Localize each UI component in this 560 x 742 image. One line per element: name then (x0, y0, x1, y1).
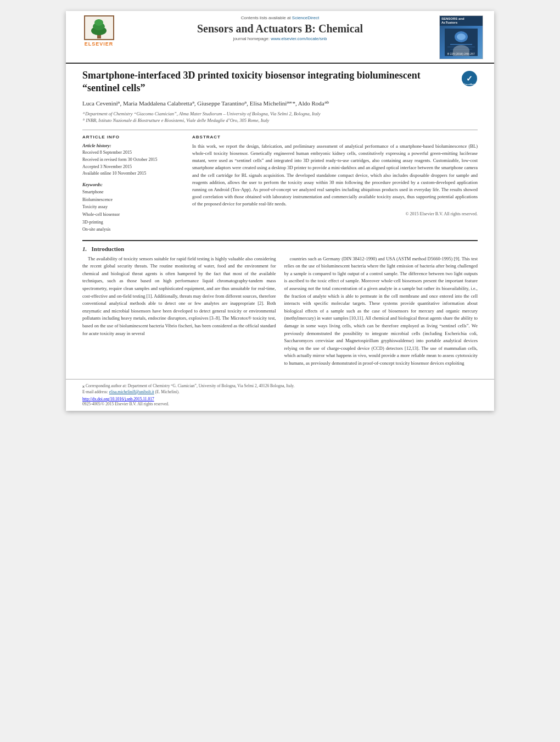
intro-paragraph-1: The availability of toxicity sensors sui… (82, 255, 276, 338)
authors-line: Luca Ceveniniᵃ, Maria Maddalena Calabret… (82, 99, 478, 108)
affiliation-b: ᵇ INBB, Istituto Nazionale di Biostruttu… (82, 118, 478, 124)
abstract-text: In this work, we report the design, fabr… (192, 143, 478, 208)
svg-text:B 225 (2016) 249–257: B 225 (2016) 249–257 (447, 52, 475, 55)
two-column-body: The availability of toxicity sensors sui… (82, 255, 478, 371)
svg-point-8 (457, 34, 466, 40)
keyword-4: Whole-cell biosensor (82, 211, 181, 219)
footer-area: ⁎ Corresponding author at: Department of… (66, 379, 494, 411)
body-column-left: The availability of toxicity sensors sui… (82, 255, 276, 371)
journal-homepage: journal homepage: www.elsevier.com/locat… (126, 36, 434, 41)
section-title: Introduction (92, 246, 125, 252)
doi-line: http://dx.doi.org/10.1016/j.snb.2015.11.… (82, 397, 478, 401)
svg-rect-11 (450, 49, 472, 49)
keywords-list: Smartphone Bioluminescence Toxicity assa… (82, 188, 181, 233)
sciencedirect-link[interactable]: ScienceDirect (292, 15, 319, 20)
article-dates: Received 8 September 2015 Received in re… (82, 149, 181, 177)
keyword-2: Bioluminescence (82, 196, 181, 204)
intro-paragraph-2: countries such as Germany (DIN 38412-199… (284, 255, 478, 367)
info-abstract-section: ARTICLE INFO Article history: Received 8… (82, 135, 478, 233)
accepted-date: Accepted 3 November 2015 (82, 164, 181, 171)
svg-rect-10 (447, 47, 475, 47)
sciencedirect-line: Contents lists available at ScienceDirec… (126, 15, 434, 20)
homepage-url[interactable]: www.elsevier.com/locate/snb (271, 36, 327, 41)
keyword-1: Smartphone (82, 188, 181, 196)
section-number: 1. (82, 246, 87, 252)
revised-date: Received in revised form 30 October 2015 (82, 157, 181, 164)
intro-heading: 1. Introduction (82, 246, 478, 252)
received-date: Received 8 September 2015 (82, 149, 181, 157)
svg-rect-9 (450, 44, 472, 45)
article-info-label: ARTICLE INFO (82, 135, 181, 140)
keywords-subheading: Keywords: (82, 182, 181, 187)
corresponding-footnote: ⁎ Corresponding author at: Department of… (82, 383, 478, 389)
svg-text:CrossMark: CrossMark (464, 83, 475, 86)
email-link[interactable]: elisa.michelini8@unibolt.it (109, 389, 154, 394)
available-date: Available online 10 November 2015 (82, 170, 181, 177)
keyword-5: 3D-printing (82, 219, 181, 226)
article-title-text: Smartphone-interfaced 3D printed toxicit… (82, 69, 456, 95)
elsevier-brand-text: ELSEVIER (85, 41, 114, 47)
article-body: Smartphone-interfaced 3D printed toxicit… (66, 64, 494, 379)
doi-link[interactable]: http://dx.doi.org/10.1016/j.snb.2015.11.… (82, 397, 154, 401)
keyword-3: Toxicity assay (82, 203, 181, 211)
article-info-column: ARTICLE INFO Article history: Received 8… (82, 135, 181, 233)
copyright-line: © 2015 Elsevier B.V. All rights reserved… (192, 211, 478, 216)
svg-text:✓: ✓ (466, 74, 473, 83)
history-subheading: Article history: (82, 143, 181, 148)
sensors-logo-text: SENSORS and AcTuators (440, 16, 483, 26)
header-divider (82, 130, 478, 130)
academic-paper-page: ELSEVIER Contents lists available at Sci… (66, 11, 494, 411)
affiliations: ᵃ Department of Chemistry “Giacomo Ciami… (82, 111, 478, 124)
elsevier-logo: ELSEVIER (77, 15, 121, 47)
email-footnote: E-mail address: elisa.michelini8@unibolt… (82, 389, 478, 395)
sensors-logo-image: B 225 (2016) 249–257 (440, 26, 483, 59)
body-column-right: countries such as Germany (DIN 38412-199… (284, 255, 478, 371)
crossmark-icon: ✓ CrossMark (461, 70, 478, 87)
keyword-6: On-site analysis (82, 226, 181, 233)
journal-title: Sensors and Actuators B: Chemical (126, 23, 434, 35)
elsevier-tree-icon (84, 15, 114, 40)
abstract-label: ABSTRACT (192, 135, 478, 140)
sensors-logo-box: SENSORS and AcTuators B 225 (2016) 249–2… (439, 15, 483, 59)
body-divider (82, 240, 478, 241)
issn-line: 0925-4005/© 2015 Elsevier B.V. All right… (82, 401, 478, 406)
journal-header-center: Contents lists available at ScienceDirec… (121, 15, 439, 41)
article-title-block: Smartphone-interfaced 3D printed toxicit… (82, 69, 478, 95)
affiliation-a: ᵃ Department of Chemistry “Giacomo Ciami… (82, 111, 478, 118)
svg-point-4 (94, 19, 103, 26)
journal-header: ELSEVIER Contents lists available at Sci… (66, 11, 494, 64)
abstract-column: ABSTRACT In this work, we report the des… (192, 135, 478, 233)
